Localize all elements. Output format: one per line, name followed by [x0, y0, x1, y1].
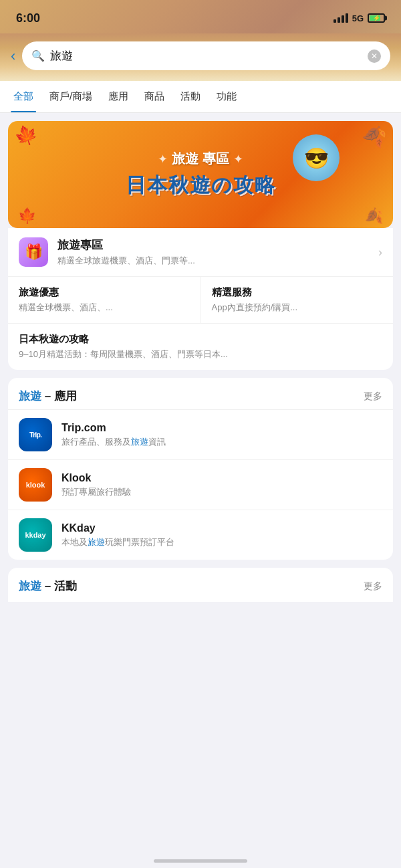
banner-top-label: 旅遊 — [172, 150, 198, 168]
app-desc-trip-suffix: 資訊 — [148, 437, 166, 447]
long-item-title: 日本秋遊の攻略 — [19, 333, 382, 346]
activities-title-suffix: – 活動 — [41, 580, 77, 592]
main-result-item[interactable]: 🎁 旅遊專區 精選全球旅遊機票、酒店、門票等... › — [8, 228, 393, 277]
app-icon-kkday: kkday — [19, 518, 52, 552]
kkday-icon-label: kkday — [25, 531, 45, 539]
result-item-icon: 🎁 — [19, 237, 48, 267]
tab-all[interactable]: 全部 — [5, 81, 41, 112]
app-item-trip[interactable]: Trip. Trip.com 旅行產品、服務及旅遊資訊 — [8, 409, 393, 459]
tab-activities[interactable]: 活動 — [172, 81, 209, 112]
banner-main-title: 日本秋遊の攻略 — [126, 172, 276, 199]
app-desc-trip-prefix: 旅行產品、服務及 — [61, 437, 131, 447]
filter-tabs: 全部 商戶/商場 應用 商品 活動 功能 — [0, 81, 401, 113]
app-desc-kkday: 本地及旅遊玩樂門票預訂平台 — [61, 536, 382, 548]
apps-section-card: 旅遊 – 應用 更多 Trip. Trip.com 旅行產品、服務及旅遊資訊 k… — [8, 378, 393, 560]
app-desc-trip: 旅行產品、服務及旅遊資訊 — [61, 436, 382, 448]
sub-item-travel-deals-title: 旅遊優惠 — [19, 286, 190, 299]
app-desc-kkday-highlight: 旅遊 — [88, 537, 105, 547]
long-item-desc: 9–10月精選活動：每周限量機票、酒店、門票等日本... — [19, 348, 382, 360]
banner-slash-left: ✦ — [158, 152, 168, 167]
sub-item-selected-services[interactable]: 精選服務 App內直接預約/購買... — [201, 277, 394, 323]
search-icon: 🔍 — [31, 49, 45, 62]
signal-icon — [333, 13, 348, 23]
app-icon-trip: Trip. — [19, 418, 52, 451]
apps-title-suffix: – 應用 — [41, 390, 77, 403]
tab-products[interactable]: 商品 — [136, 81, 172, 112]
leaf-decoration-top-right: 🍂 — [360, 121, 389, 150]
app-item-klook[interactable]: klook Klook 預訂專屬旅行體驗 — [8, 459, 393, 510]
trip-icon-label: Trip. — [29, 431, 41, 439]
sub-item-selected-services-title: 精選服務 — [212, 286, 383, 299]
search-area: ‹ 🔍 旅遊 ✕ — [0, 33, 401, 81]
leaf-decoration-top-left: 🍁 — [11, 121, 41, 150]
app-info-kkday: KKday 本地及旅遊玩樂門票預訂平台 — [61, 522, 382, 548]
apps-more-button[interactable]: 更多 — [364, 391, 382, 403]
search-query: 旅遊 — [50, 48, 362, 64]
banner-section[interactable]: 🍁 🍂 🍁 🍂 😎 ✦ 旅遊 專區 ✦ 日本秋遊の攻略 — [8, 121, 393, 228]
gift-icon: 🎁 — [25, 243, 43, 261]
network-label: 5G — [352, 13, 364, 23]
sub-items-row: 旅遊優惠 精選全球機票、酒店、... 精選服務 App內直接預約/購買... — [8, 277, 393, 324]
app-desc-trip-highlight: 旅遊 — [131, 437, 148, 447]
app-name-trip: Trip.com — [61, 422, 382, 434]
tab-merchant[interactable]: 商戶/商場 — [41, 81, 100, 112]
app-desc-kkday-prefix: 本地及 — [61, 537, 88, 547]
search-clear-button[interactable]: ✕ — [368, 49, 381, 63]
app-info-klook: Klook 預訂專屬旅行體驗 — [61, 472, 382, 498]
sub-item-travel-deals-desc: 精選全球機票、酒店、... — [19, 302, 190, 314]
banner-slash-right: ✦ — [233, 152, 243, 167]
apps-title-highlight: 旅遊 — [19, 390, 41, 403]
app-info-trip: Trip.com 旅行產品、服務及旅遊資訊 — [61, 422, 382, 448]
activities-title-highlight: 旅遊 — [19, 580, 41, 592]
sub-item-selected-services-desc: App內直接預約/購買... — [212, 302, 383, 314]
banner-image: 🍁 🍂 🍁 🍂 😎 ✦ 旅遊 專區 ✦ 日本秋遊の攻略 — [8, 121, 393, 228]
leaf-decoration-bottom-right: 🍂 — [365, 207, 383, 225]
result-item-subtitle: 精選全球旅遊機票、酒店、門票等... — [57, 255, 378, 267]
status-time: 6:00 — [16, 11, 40, 25]
search-bar[interactable]: 🔍 旅遊 ✕ — [22, 41, 390, 70]
app-item-kkday[interactable]: kkday KKday 本地及旅遊玩樂門票預訂平台 — [8, 510, 393, 560]
chevron-right-icon: › — [378, 245, 382, 259]
klook-icon-label: klook — [26, 481, 45, 489]
app-name-klook: Klook — [61, 472, 382, 484]
banner-character: 😎 — [293, 134, 340, 181]
result-item-title: 旅遊專區 — [57, 237, 378, 253]
result-item-text: 旅遊專區 精選全球旅遊機票、酒店、門票等... — [57, 237, 378, 267]
activities-section-header: 旅遊 – 活動 更多 — [8, 568, 393, 602]
banner-top-label2: 專區 — [203, 150, 229, 168]
home-indicator — [154, 859, 247, 863]
result-card: 🎁 旅遊專區 精選全球旅遊機票、酒店、門票等... › 旅遊優惠 精選全球機票、… — [8, 228, 393, 370]
tab-apps[interactable]: 應用 — [100, 81, 136, 112]
activities-section-title: 旅遊 – 活動 — [19, 578, 77, 594]
app-desc-kkday-suffix: 玩樂門票預訂平台 — [105, 537, 174, 547]
apps-section-title: 旅遊 – 應用 — [19, 389, 77, 404]
long-item-japan[interactable]: 日本秋遊の攻略 9–10月精選活動：每周限量機票、酒店、門票等日本... — [8, 324, 393, 370]
leaf-decoration-bottom-left: 🍁 — [18, 207, 36, 225]
activities-more-button[interactable]: 更多 — [364, 580, 382, 592]
tab-features[interactable]: 功能 — [209, 81, 245, 112]
back-button[interactable]: ‹ — [11, 47, 15, 65]
banner-text: ✦ 旅遊 專區 ✦ 日本秋遊の攻略 — [126, 150, 276, 199]
battery-icon: ⚡ — [368, 13, 385, 23]
sub-item-travel-deals[interactable]: 旅遊優惠 精選全球機票、酒店、... — [8, 277, 201, 323]
app-desc-klook: 預訂專屬旅行體驗 — [61, 486, 382, 498]
status-bar: 6:00 5G ⚡ — [0, 0, 401, 33]
main-content: 🍁 🍂 🍁 🍂 😎 ✦ 旅遊 專區 ✦ 日本秋遊の攻略 🎁 — [0, 121, 401, 602]
app-icon-klook: klook — [19, 468, 52, 502]
status-icons: 5G ⚡ — [333, 13, 385, 23]
app-name-kkday: KKday — [61, 522, 382, 534]
apps-section-header: 旅遊 – 應用 更多 — [8, 378, 393, 409]
